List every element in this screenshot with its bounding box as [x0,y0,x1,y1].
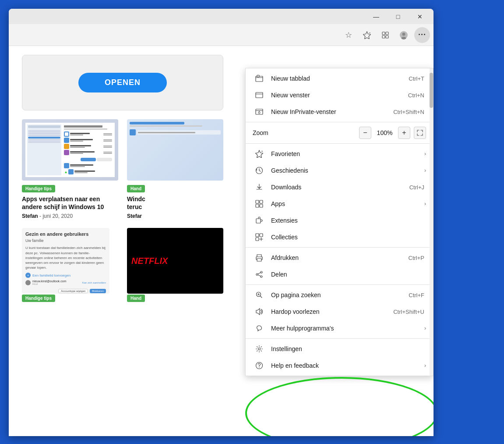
card-thumb-4: NETFLIX [127,228,223,294]
svg-rect-3 [386,32,388,35]
zoom-expand-button[interactable] [414,127,426,139]
inprivate-shortcut: Ctrl+Shift+N [393,109,424,115]
svg-rect-21 [260,204,263,207]
article-card-1[interactable]: ▲ [22,119,118,219]
svg-rect-25 [256,238,259,241]
menu-item-collections[interactable]: Collecties [246,229,433,245]
read-aloud-label: Hardop voorlezen [271,308,393,315]
svg-point-28 [256,274,258,275]
share-icon [253,269,266,280]
menu-item-new-window[interactable]: Nieuw venster Ctrl+N [246,87,433,103]
menu-item-share[interactable]: Delen [246,266,433,283]
svg-rect-20 [256,204,259,207]
green-circle-annotation [245,377,434,436]
help-label: Help en feedback [271,362,423,369]
collections-icon[interactable] [377,27,393,43]
more-tools-icon [253,323,266,334]
divider-4 [246,284,433,285]
downloads-icon [253,182,266,192]
more-tools-arrow: › [424,325,426,331]
open-button[interactable]: OPENEN [78,73,167,92]
card-author-2: Stefar [127,213,223,219]
zoom-minus-button[interactable]: − [359,127,371,139]
svg-rect-10 [257,75,259,77]
divider-2 [246,143,433,144]
menu-item-more-tools[interactable]: Meer hulpprogramma's › [246,320,433,337]
card-author-1: Stefan - juni 20, 2020 [22,213,118,219]
menu-item-apps[interactable]: Apps › [246,195,433,212]
svg-point-31 [258,348,261,350]
maximize-button[interactable]: □ [388,10,408,23]
divider-5 [246,338,433,339]
apps-icon [253,199,266,209]
print-shortcut: Ctrl+P [409,255,424,261]
favorites-menu-icon [253,149,266,159]
print-label: Afdrukken [271,254,409,261]
open-button-container: OPENEN [22,55,223,110]
new-tab-shortcut: Ctrl+T [409,75,424,82]
divider-3 [246,247,433,248]
zoom-plus-button[interactable]: + [398,127,410,139]
favorites-icon[interactable] [359,27,375,43]
browser-window: — □ ✕ ☆ · [9,9,434,436]
menu-item-read-aloud[interactable]: Hardop voorlezen Ctrl+Shift+U [246,303,433,320]
scrollbar-thumb [430,73,433,108]
apps-label: Apps [271,200,423,207]
inprivate-icon [253,107,266,117]
svg-point-27 [261,271,262,273]
favorite-icon[interactable]: ☆ [341,27,356,43]
extensions-icon [253,215,266,226]
new-tab-icon [253,73,266,84]
menu-scrollbar[interactable] [430,68,433,376]
card-thumb-3: Gezin en andere gebruikers Uw familie U … [22,228,109,294]
title-bar: — □ ✕ [9,9,434,24]
zoom-control: Zoom − 100% + [246,124,433,142]
card-title-1: Apps verplaatsen naar een andere schijf … [22,195,118,211]
apps-arrow: › [424,201,426,207]
svg-rect-18 [256,200,259,203]
menu-item-favorites[interactable]: Favorieten › [246,146,433,162]
card-thumb-2 [127,119,223,181]
share-label: Delen [271,271,426,278]
read-aloud-shortcut: Ctrl+Shift+U [393,309,424,315]
svg-point-7 [402,32,405,36]
svg-point-29 [261,276,262,277]
help-icon [253,360,266,371]
svg-rect-4 [382,36,385,38]
svg-rect-23 [256,234,259,237]
extensions-label: Extensies [271,217,426,224]
favorites-menu-label: Favorieten [271,150,423,157]
dropdown-menu: Nieuw tabblad Ctrl+T Nieuw venster Ctrl+… [245,68,434,376]
new-window-icon [253,90,266,100]
profile-icon[interactable] [396,27,412,43]
svg-rect-26 [257,259,261,261]
menu-item-print[interactable]: Afdrukken Ctrl+P [246,249,433,266]
card-badge-1: Handige tips [22,185,55,192]
menu-item-new-tab[interactable]: Nieuw tabblad Ctrl+T [246,70,433,87]
settings-label: Instellingen [271,345,426,352]
downloads-shortcut: Ctrl+J [409,184,424,191]
menu-item-inprivate[interactable]: Nieuw InPrivate-venster Ctrl+Shift+N [246,103,433,120]
minimize-button[interactable]: — [366,10,386,23]
svg-rect-22 [256,219,261,223]
menu-item-help[interactable]: Help en feedback › [246,357,433,374]
svg-point-8 [402,37,406,39]
close-button[interactable]: ✕ [410,10,430,23]
article-card-2[interactable]: Hand Windcteruc Stefar [127,119,223,219]
menu-item-extensions[interactable]: Extensies [246,212,433,229]
article-card-4[interactable]: NETFLIX Hand [127,228,223,305]
menu-item-history[interactable]: Geschiedenis › [246,162,433,179]
page-content: OPENEN [9,46,434,436]
svg-rect-19 [260,200,263,203]
zoom-controls: − 100% + [359,127,426,139]
menu-item-find[interactable]: Op pagina zoeken Ctrl+F [246,287,433,303]
card-thumb-1: ▲ [22,119,118,181]
menu-item-settings[interactable]: Instellingen [246,341,433,357]
menu-item-downloads[interactable]: Downloads Ctrl+J [246,179,433,195]
more-menu-button[interactable]: ··· [414,27,430,43]
card-badge-2: Hand [127,185,145,192]
article-card-3[interactable]: Gezin en andere gebruikers Uw familie U … [22,228,118,305]
settings-icon [253,344,266,354]
print-icon [253,252,266,263]
new-window-label: Nieuw venster [271,92,408,99]
